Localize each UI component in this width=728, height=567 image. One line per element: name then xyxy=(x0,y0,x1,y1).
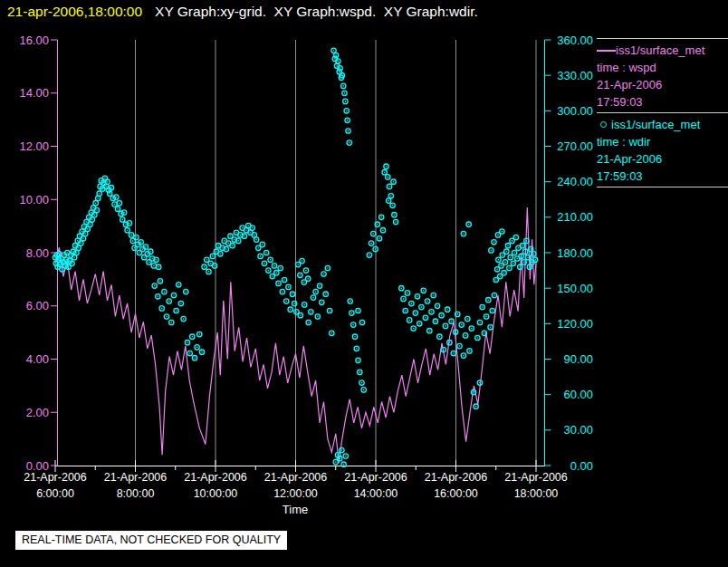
wdir-point-center xyxy=(338,61,340,62)
wdir-point-center xyxy=(206,259,208,261)
wdir-point-center xyxy=(457,313,459,315)
wdir-point-center xyxy=(81,243,82,245)
left-axis-tick-label: 10.00 xyxy=(19,193,49,207)
wdir-point-center xyxy=(224,240,225,242)
wdir-point-center xyxy=(468,224,470,226)
wdir-point-center xyxy=(150,251,152,253)
wdir-point-center xyxy=(101,188,103,190)
wdir-point-center xyxy=(78,247,80,249)
wdir-point-center xyxy=(244,235,245,237)
left-axis-tick-label: 8.00 xyxy=(26,246,49,260)
wdir-point-center xyxy=(254,235,255,236)
wdir-point-center xyxy=(140,242,142,244)
wdir-point-center xyxy=(377,224,378,226)
wdir-point-center xyxy=(335,461,337,463)
x-tick-time: 8:00:00 xyxy=(117,487,155,500)
wdir-point-center xyxy=(502,255,503,256)
wdir-point-center xyxy=(479,322,481,323)
wdir-point-center xyxy=(401,287,403,289)
wdir-point-center xyxy=(303,304,305,306)
wdir-point-center xyxy=(116,197,118,198)
wdir-point-center xyxy=(455,332,456,333)
wdir-point-center xyxy=(90,224,91,226)
wdir-point-center xyxy=(523,262,525,264)
wdir-point-center xyxy=(340,68,341,70)
wdir-point-center xyxy=(99,193,101,195)
wdir-point-center xyxy=(445,325,446,327)
wdir-point-center xyxy=(55,263,57,264)
wdir-point-center xyxy=(333,50,335,52)
wdir-point-center xyxy=(104,178,106,179)
right-axis-tick-label: 0.00 xyxy=(570,459,593,473)
wdir-point-center xyxy=(526,240,528,242)
wdir-point-center xyxy=(216,251,217,253)
wdir-point-center xyxy=(421,306,423,308)
wdir-point-center xyxy=(222,247,224,249)
wdir-point-center xyxy=(212,255,214,257)
wdir-point-center xyxy=(300,274,302,276)
wdir-point-center xyxy=(225,248,227,250)
wdir-point-center xyxy=(91,212,92,214)
wdir-point-center xyxy=(270,259,272,261)
wdir-point-center xyxy=(68,266,70,268)
wdir-point-center xyxy=(252,227,254,229)
right-axis-tick-label: 360.00 xyxy=(557,34,593,47)
wdir-point-center xyxy=(361,382,363,384)
wdir-point-center xyxy=(173,294,175,296)
wdir-point-center xyxy=(262,244,263,245)
wdir-point-center xyxy=(496,269,498,271)
wdir-point-center xyxy=(248,225,250,226)
wdir-point-center xyxy=(82,238,84,240)
wdir-point-center xyxy=(423,290,425,292)
wdir-point-center xyxy=(485,316,487,318)
legend-series-name-row: iss1/surface_met xyxy=(597,42,728,59)
wdir-point-center xyxy=(471,328,473,330)
wdir-point-center xyxy=(429,330,431,332)
wdir-point-center xyxy=(415,312,417,314)
wdir-point-center xyxy=(352,324,354,326)
x-tick-date: 21-Apr-2006 xyxy=(184,471,247,484)
wdir-point-center xyxy=(530,248,532,250)
wdir-point-center xyxy=(240,235,242,236)
legend-series-name: iss1/surface_met xyxy=(611,116,700,133)
legend-divider xyxy=(597,187,728,187)
wdir-point-center xyxy=(370,243,372,245)
wdir-point-center xyxy=(334,58,336,60)
wdir-point-center xyxy=(147,254,148,255)
right-axis-tick-label: 210.00 xyxy=(557,210,593,224)
wdir-point-center xyxy=(490,327,492,329)
legend-series-name: iss1/surface_met xyxy=(616,42,704,59)
wdir-point-center xyxy=(479,382,481,384)
wdir-point-center xyxy=(451,321,453,322)
wdir-point-center xyxy=(183,318,185,320)
wdir-point-center xyxy=(350,301,351,303)
right-axis-tick-label: 150.00 xyxy=(557,282,593,295)
wdir-point-center xyxy=(363,389,365,391)
right-axis-tick-label: 60.00 xyxy=(563,388,593,401)
wdir-point-center xyxy=(426,301,428,303)
wdir-point-center xyxy=(73,256,75,258)
wdir-point-center xyxy=(533,254,535,255)
wdir-point-center xyxy=(96,209,98,211)
wdir-point-center xyxy=(148,262,150,264)
wdir-point-center xyxy=(139,252,140,254)
legend-divider xyxy=(597,112,728,113)
wdir-point-center xyxy=(71,255,72,256)
wdir-point-center xyxy=(373,233,375,235)
wdir-point-center xyxy=(199,333,201,335)
wdir-point-center xyxy=(343,464,345,466)
wdir-point-center xyxy=(276,272,278,274)
wdir-point-center xyxy=(227,243,229,245)
wdir-point-center xyxy=(204,266,206,268)
wdir-point-center xyxy=(136,236,138,238)
wdir-point-center xyxy=(513,252,515,254)
legend-series-name-row: iss1/surface_met xyxy=(597,116,728,133)
wdir-point-center xyxy=(443,349,445,351)
wdir-point-center xyxy=(345,456,347,457)
wdir-point-center xyxy=(345,101,347,102)
wdir-point-center xyxy=(255,239,257,241)
wdir-point-center xyxy=(180,303,182,304)
wdir-point-center xyxy=(520,266,522,268)
wdir-point-center xyxy=(388,177,389,178)
wdir-point-center xyxy=(61,258,62,260)
